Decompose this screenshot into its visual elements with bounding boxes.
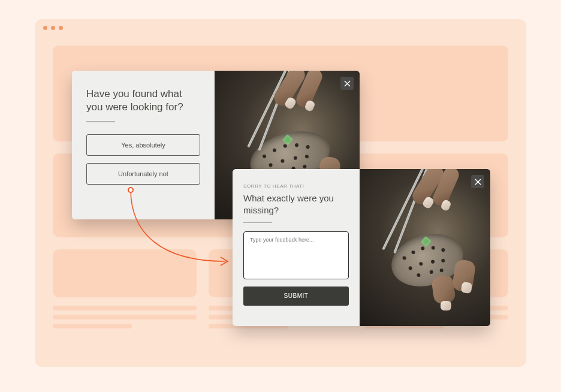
answer-yes-button[interactable]: Yes, absolutely [86, 134, 200, 156]
flow-source-dot [128, 187, 134, 193]
skeleton-card [53, 249, 197, 333]
divider [86, 121, 115, 122]
window-dot [51, 26, 55, 30]
skeleton-line [53, 324, 132, 328]
window-dot [43, 26, 47, 30]
window-dot [59, 26, 63, 30]
browser-titlebar [35, 19, 526, 36]
survey-overline: SORRY TO HEAR THAT! [243, 183, 349, 189]
submit-button[interactable]: SUBMIT [243, 287, 349, 306]
close-icon [475, 179, 481, 185]
survey-panel: Have you found what you were looking for… [72, 71, 215, 219]
close-button[interactable] [340, 77, 354, 90]
survey-question: Have you found what you were looking for… [86, 88, 200, 114]
skeleton-line [53, 306, 197, 310]
skeleton-image [53, 249, 197, 297]
close-button[interactable] [471, 175, 484, 188]
feedback-textarea[interactable] [243, 231, 349, 279]
close-icon [344, 80, 351, 87]
survey-modal-step2: SORRY TO HEAR THAT! What exactly were yo… [233, 169, 490, 326]
survey-question: What exactly were you missing? [243, 192, 349, 216]
divider [243, 222, 272, 223]
survey-panel: SORRY TO HEAR THAT! What exactly were yo… [233, 169, 360, 326]
survey-image [360, 169, 490, 326]
skeleton-line [53, 315, 197, 319]
answer-no-button[interactable]: Unfortunately not [86, 163, 200, 185]
